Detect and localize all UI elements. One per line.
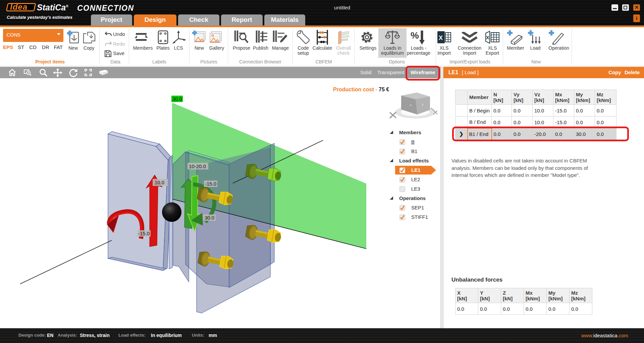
svg-text:X: X xyxy=(486,35,489,40)
svg-text:30.0: 30.0 xyxy=(172,96,182,102)
svg-text:X: X xyxy=(439,35,443,41)
svg-text:10-20.0: 10-20.0 xyxy=(189,163,206,169)
svg-text:10.0: 10.0 xyxy=(155,180,164,185)
svg-text:30.0: 30.0 xyxy=(205,215,214,220)
svg-text:-15.0: -15.0 xyxy=(205,181,216,187)
svg-text:y: y xyxy=(422,103,424,106)
svg-text:x: x xyxy=(410,103,412,107)
svg-text:%: % xyxy=(411,30,419,41)
svg-text:-15.0: -15.0 xyxy=(138,231,150,236)
